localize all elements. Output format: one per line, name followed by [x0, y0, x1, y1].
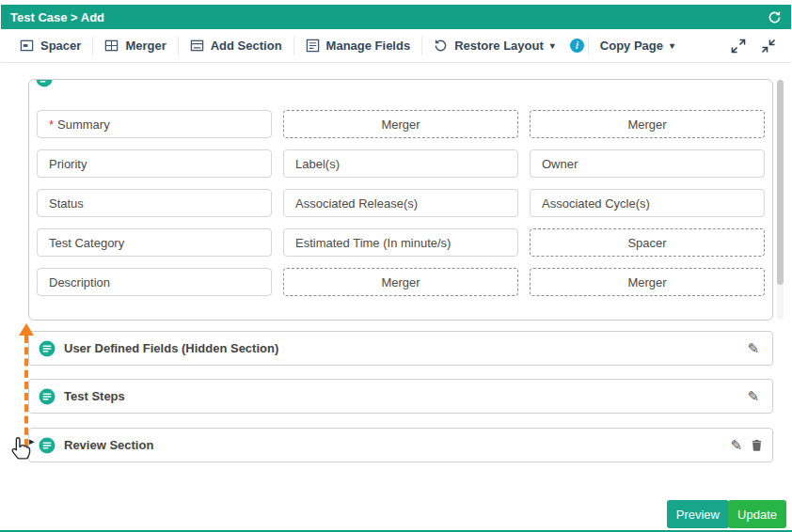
- field-label: Owner: [542, 157, 578, 171]
- section-review-section[interactable]: Review Section ✎: [28, 428, 773, 462]
- manage-fields-button-label: Manage Fields: [326, 39, 411, 53]
- cell-label: Merger: [627, 117, 666, 132]
- expand-icon[interactable]: [731, 39, 746, 54]
- field-label: Description: [49, 275, 110, 289]
- test-case-layout-editor: Test Case > Add Spacer Merger Add Sectio…: [0, 0, 792, 532]
- add-section-button[interactable]: Add Section: [179, 35, 293, 57]
- page-title: Test Case > Add: [10, 10, 104, 24]
- preview-button[interactable]: Preview: [667, 500, 729, 528]
- info-icon[interactable]: i: [570, 39, 584, 53]
- restore-layout-button-label: Restore Layout: [454, 39, 544, 53]
- edit-icon[interactable]: ✎: [730, 438, 742, 452]
- field-summary[interactable]: *Summary: [37, 110, 272, 138]
- chevron-down-icon: ▾: [670, 40, 674, 51]
- copy-page-button[interactable]: Copy Page ▾: [589, 35, 686, 57]
- drag-arrow-line: [24, 336, 28, 446]
- merger-icon: [104, 39, 119, 53]
- restore-layout-button[interactable]: Restore Layout ▾: [422, 35, 566, 57]
- chevron-down-icon: ▾: [550, 40, 555, 51]
- copy-page-button-label: Copy Page: [600, 39, 663, 53]
- field-label: Test Category: [49, 236, 124, 250]
- add-section-button-label: Add Section: [211, 39, 282, 53]
- field-estimated-time[interactable]: Estimated Time (In minute/s): [283, 228, 518, 257]
- section-icon: [39, 437, 55, 454]
- manage-fields-icon: [306, 39, 320, 53]
- spacer-button-label: Spacer: [40, 39, 81, 53]
- section-label: User Defined Fields (Hidden Section): [64, 341, 278, 355]
- merger-cell[interactable]: Merger: [530, 268, 765, 296]
- delete-icon[interactable]: [752, 439, 762, 451]
- cell-label: Merger: [627, 275, 666, 289]
- hand-cursor-icon: [8, 434, 36, 466]
- update-button[interactable]: Update: [728, 500, 786, 528]
- spacer-button[interactable]: Spacer: [8, 35, 92, 57]
- field-owner[interactable]: Owner: [530, 149, 765, 178]
- section-icon-clipped: [36, 79, 53, 87]
- section-user-defined-fields[interactable]: User Defined Fields (Hidden Section) ✎: [28, 331, 773, 366]
- drag-arrow-head-icon: [19, 323, 34, 336]
- toolbar-right: [731, 39, 784, 54]
- field-label: Estimated Time (In minute/s): [295, 236, 451, 250]
- field-labels[interactable]: Label(s): [283, 149, 518, 178]
- cell-label: Merger: [381, 275, 420, 289]
- scrollbar-track[interactable]: [777, 80, 784, 320]
- add-section-icon: [190, 39, 204, 53]
- collapse-icon[interactable]: [761, 39, 776, 54]
- merger-cell[interactable]: Merger: [283, 110, 518, 138]
- field-associated-releases[interactable]: Associated Release(s): [283, 189, 518, 217]
- field-label: Associated Release(s): [295, 196, 418, 211]
- restore-layout-icon: [434, 39, 448, 53]
- cell-label: Spacer: [627, 236, 666, 250]
- field-test-category[interactable]: Test Category: [37, 228, 272, 257]
- spacer-icon: [20, 39, 34, 53]
- section-label: Test Steps: [64, 389, 125, 403]
- field-label: Status: [49, 196, 84, 211]
- merger-cell[interactable]: Merger: [283, 268, 518, 296]
- field-description[interactable]: Description: [37, 268, 272, 296]
- refresh-icon[interactable]: [768, 10, 782, 24]
- field-associated-cycles[interactable]: Associated Cycle(s): [530, 189, 765, 217]
- toolbar: Spacer Merger Add Section Manage Fields: [1, 29, 791, 63]
- merger-button[interactable]: Merger: [93, 35, 177, 57]
- edit-icon[interactable]: ✎: [747, 341, 759, 355]
- field-status[interactable]: Status: [37, 189, 272, 217]
- field-label: Label(s): [295, 157, 340, 171]
- field-grid: *Summary Merger Merger Priority Label(s)…: [37, 110, 765, 296]
- section-label: Review Section: [64, 438, 153, 452]
- scrollbar-thumb[interactable]: [777, 80, 784, 285]
- edit-icon[interactable]: ✎: [747, 389, 759, 403]
- merger-cell[interactable]: Merger: [530, 110, 765, 138]
- merger-button-label: Merger: [125, 39, 166, 53]
- field-label: Summary: [57, 117, 110, 132]
- title-bar: Test Case > Add: [1, 5, 791, 29]
- spacer-cell[interactable]: Spacer: [530, 228, 765, 257]
- section-icon: [39, 388, 55, 405]
- section-icon: [39, 340, 55, 357]
- field-priority[interactable]: Priority: [37, 149, 272, 178]
- manage-fields-button[interactable]: Manage Fields: [294, 35, 422, 57]
- field-label: Priority: [49, 157, 87, 171]
- cell-label: Merger: [381, 117, 420, 132]
- section-test-steps[interactable]: Test Steps ✎: [28, 379, 773, 414]
- layout-panel: *Summary Merger Merger Priority Label(s)…: [28, 79, 773, 321]
- field-label: Associated Cycle(s): [542, 196, 650, 211]
- required-marker: *: [49, 117, 54, 132]
